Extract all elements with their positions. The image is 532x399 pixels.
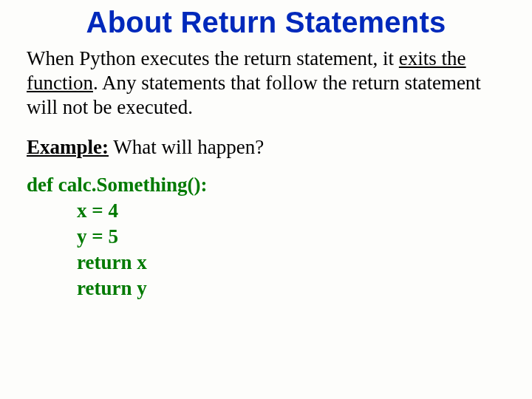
code-line-2: x = 4	[27, 198, 505, 224]
code-line-5: return y	[27, 276, 505, 301]
example-line: Example: What will happen?	[27, 136, 505, 159]
paragraph-part2: . Any statements that follow the return …	[27, 72, 481, 118]
body-paragraph: When Python executes the return statemen…	[27, 47, 505, 120]
paragraph-part1: When Python executes the return statemen…	[27, 47, 399, 69]
code-line-1: def calc.Something():	[27, 174, 207, 196]
example-question: What will happen?	[109, 136, 264, 158]
example-label: Example:	[27, 136, 109, 158]
code-line-3: y = 5	[27, 224, 505, 250]
slide-title: About Return Statements	[27, 6, 505, 39]
code-line-4: return x	[27, 250, 505, 276]
code-block: def calc.Something(): x = 4 y = 5 return…	[27, 172, 505, 301]
